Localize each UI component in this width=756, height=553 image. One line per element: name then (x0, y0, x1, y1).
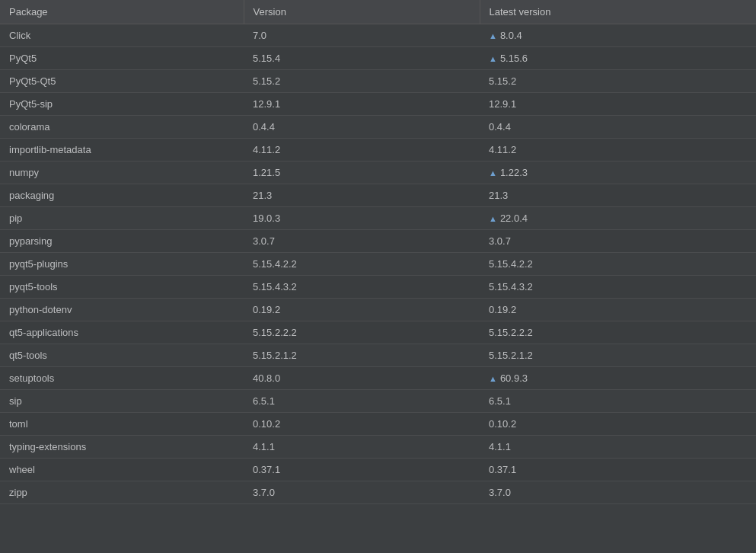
cell-latest-version: 0.37.1 (480, 459, 756, 481)
table-row[interactable]: setuptools40.8.0▲60.9.3 (0, 367, 756, 390)
cell-package: numpy (0, 161, 244, 184)
cell-package: packaging (0, 184, 244, 207)
cell-latest-version: ▲22.0.4 (480, 207, 756, 230)
package-table-container: Package Version Latest version Click7.0▲… (0, 0, 756, 553)
upgrade-arrow-icon: ▲ (489, 214, 497, 223)
table-row[interactable]: PyQt5-Qt55.15.25.15.2 (0, 70, 756, 93)
table-row[interactable]: sip6.5.16.5.1 (0, 390, 756, 413)
cell-latest-version: ▲8.0.4 (480, 24, 756, 47)
upgrade-arrow-icon: ▲ (489, 31, 497, 40)
cell-package: toml (0, 413, 244, 436)
cell-version: 12.9.1 (244, 93, 480, 116)
table-row[interactable]: numpy1.21.5▲1.22.3 (0, 161, 756, 184)
cell-package: PyQt5-sip (0, 93, 244, 116)
cell-latest-version: ▲1.22.3 (480, 161, 756, 184)
cell-latest-version: 5.15.4.2.2 (480, 253, 756, 276)
table-row[interactable]: pyqt5-tools5.15.4.3.25.15.4.3.2 (0, 276, 756, 299)
cell-package: pip (0, 207, 244, 230)
cell-package: pyparsing (0, 230, 244, 253)
header-latest-version: Latest version (480, 0, 756, 24)
cell-version: 5.15.2.1.2 (244, 344, 480, 367)
cell-latest-version: 5.15.2.1.2 (480, 344, 756, 367)
cell-version: 4.1.1 (244, 436, 480, 459)
cell-package: python-dotenv (0, 299, 244, 321)
table-row[interactable]: packaging21.321.3 (0, 184, 756, 207)
cell-version: 0.37.1 (244, 459, 480, 481)
cell-latest-version: ▲5.15.6 (480, 47, 756, 70)
header-package: Package (0, 0, 244, 24)
cell-package: wheel (0, 459, 244, 481)
cell-version: 0.19.2 (244, 299, 480, 321)
cell-version: 7.0 (244, 24, 480, 47)
table-row[interactable]: PyQt55.15.4▲5.15.6 (0, 47, 756, 70)
cell-version: 6.5.1 (244, 390, 480, 413)
cell-package: importlib-metadata (0, 139, 244, 161)
cell-version: 3.0.7 (244, 230, 480, 253)
cell-latest-version: 3.7.0 (480, 481, 756, 504)
table-header-row: Package Version Latest version (0, 0, 756, 24)
cell-latest-version: 5.15.2.2.2 (480, 321, 756, 344)
table-row[interactable]: zipp3.7.03.7.0 (0, 481, 756, 504)
cell-version: 5.15.4.3.2 (244, 276, 480, 299)
table-row[interactable]: pyqt5-plugins5.15.4.2.25.15.4.2.2 (0, 253, 756, 276)
cell-package: typing-extensions (0, 436, 244, 459)
cell-version: 0.4.4 (244, 116, 480, 139)
cell-latest-version: 5.15.4.3.2 (480, 276, 756, 299)
table-row[interactable]: toml0.10.20.10.2 (0, 413, 756, 436)
cell-package: pyqt5-tools (0, 276, 244, 299)
cell-latest-version: 0.10.2 (480, 413, 756, 436)
cell-package: Click (0, 24, 244, 47)
table-row[interactable]: Click7.0▲8.0.4 (0, 24, 756, 47)
cell-version: 21.3 (244, 184, 480, 207)
cell-package: pyqt5-plugins (0, 253, 244, 276)
upgrade-arrow-icon: ▲ (489, 168, 497, 177)
cell-latest-version: 5.15.2 (480, 70, 756, 93)
cell-version: 5.15.2 (244, 70, 480, 93)
cell-version: 40.8.0 (244, 367, 480, 390)
cell-latest-version: 0.4.4 (480, 116, 756, 139)
cell-latest-version: 3.0.7 (480, 230, 756, 253)
packages-table: Package Version Latest version Click7.0▲… (0, 0, 756, 504)
header-version: Version (244, 0, 480, 24)
cell-latest-version: ▲60.9.3 (480, 367, 756, 390)
table-row[interactable]: importlib-metadata4.11.24.11.2 (0, 139, 756, 161)
cell-package: qt5-applications (0, 321, 244, 344)
cell-package: qt5-tools (0, 344, 244, 367)
cell-package: PyQt5 (0, 47, 244, 70)
table-row[interactable]: PyQt5-sip12.9.112.9.1 (0, 93, 756, 116)
table-row[interactable]: pip19.0.3▲22.0.4 (0, 207, 756, 230)
cell-latest-version: 21.3 (480, 184, 756, 207)
cell-latest-version: 4.11.2 (480, 139, 756, 161)
cell-package: setuptools (0, 367, 244, 390)
table-row[interactable]: qt5-applications5.15.2.2.25.15.2.2.2 (0, 321, 756, 344)
table-row[interactable]: wheel0.37.10.37.1 (0, 459, 756, 481)
upgrade-arrow-icon: ▲ (489, 374, 497, 383)
table-row[interactable]: colorama0.4.40.4.4 (0, 116, 756, 139)
cell-version: 5.15.4 (244, 47, 480, 70)
cell-latest-version: 6.5.1 (480, 390, 756, 413)
table-row[interactable]: pyparsing3.0.73.0.7 (0, 230, 756, 253)
cell-version: 0.10.2 (244, 413, 480, 436)
cell-version: 5.15.2.2.2 (244, 321, 480, 344)
cell-package: zipp (0, 481, 244, 504)
table-row[interactable]: qt5-tools5.15.2.1.25.15.2.1.2 (0, 344, 756, 367)
table-row[interactable]: typing-extensions4.1.14.1.1 (0, 436, 756, 459)
cell-version: 19.0.3 (244, 207, 480, 230)
cell-latest-version: 12.9.1 (480, 93, 756, 116)
table-row[interactable]: python-dotenv0.19.20.19.2 (0, 299, 756, 321)
cell-package: sip (0, 390, 244, 413)
cell-package: PyQt5-Qt5 (0, 70, 244, 93)
cell-version: 5.15.4.2.2 (244, 253, 480, 276)
cell-version: 1.21.5 (244, 161, 480, 184)
upgrade-arrow-icon: ▲ (489, 54, 497, 63)
cell-version: 4.11.2 (244, 139, 480, 161)
cell-version: 3.7.0 (244, 481, 480, 504)
cell-package: colorama (0, 116, 244, 139)
cell-latest-version: 4.1.1 (480, 436, 756, 459)
cell-latest-version: 0.19.2 (480, 299, 756, 321)
